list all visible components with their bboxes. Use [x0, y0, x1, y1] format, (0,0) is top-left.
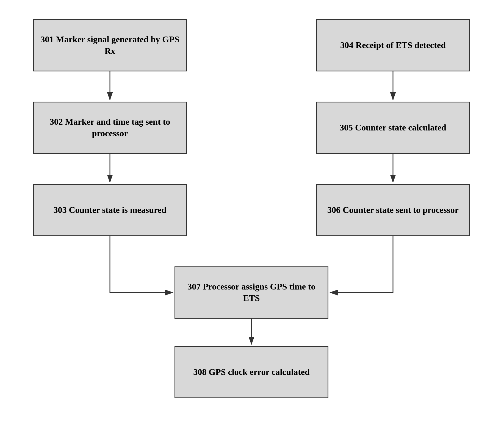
- diagram-container: 301 Marker signal generated by GPS Rx 30…: [16, 14, 488, 409]
- box-301: 301 Marker signal generated by GPS Rx: [33, 19, 187, 71]
- box-307-label: 307 Processor assigns GPS time to ETS: [181, 281, 322, 304]
- box-303: 303 Counter state is measured: [33, 184, 187, 236]
- box-308-label: 308 GPS clock error calculated: [193, 366, 310, 378]
- box-307: 307 Processor assigns GPS time to ETS: [175, 266, 328, 319]
- box-302: 302 Marker and time tag sent to processo…: [33, 102, 187, 154]
- box-304-label: 304 Receipt of ETS detected: [340, 40, 446, 51]
- box-302-label: 302 Marker and time tag sent to processo…: [39, 116, 181, 139]
- box-304: 304 Receipt of ETS detected: [316, 19, 470, 71]
- box-306-label: 306 Counter state sent to processor: [327, 204, 459, 216]
- box-301-label: 301 Marker signal generated by GPS Rx: [39, 34, 181, 57]
- box-305: 305 Counter state calculated: [316, 102, 470, 154]
- box-303-label: 303 Counter state is measured: [53, 204, 166, 216]
- box-305-label: 305 Counter state calculated: [340, 122, 446, 133]
- box-308: 308 GPS clock error calculated: [175, 346, 328, 398]
- box-306: 306 Counter state sent to processor: [316, 184, 470, 236]
